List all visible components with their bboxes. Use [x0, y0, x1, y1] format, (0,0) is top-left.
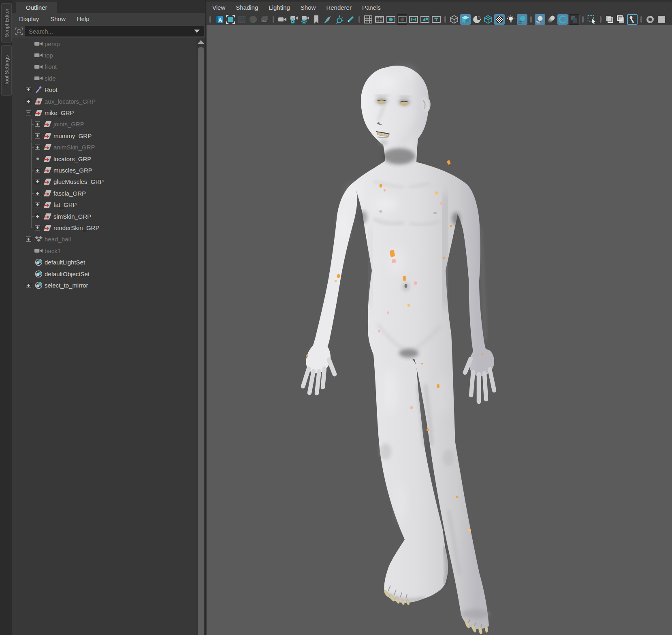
- viewport-menu-shading[interactable]: Shading: [230, 4, 263, 11]
- field-chart-icon[interactable]: [408, 14, 419, 25]
- outliner-row-muscles_GRP[interactable]: muscles_GRP: [12, 164, 196, 176]
- motion-blur-icon[interactable]: [546, 14, 557, 25]
- expand-toggle[interactable]: [34, 202, 41, 208]
- search-input[interactable]: [25, 28, 194, 35]
- camera-icon: [34, 41, 43, 47]
- expand-toggle[interactable]: [34, 133, 41, 139]
- outliner-row-locators_GRP[interactable]: locators_GRP: [12, 153, 196, 164]
- pan-zoom-icon[interactable]: [334, 14, 344, 25]
- outliner-row-glueMuscles_GRP[interactable]: glueMuscles_GRP: [12, 176, 196, 188]
- camera-lock-icon[interactable]: [288, 14, 299, 25]
- outliner-row-back1[interactable]: back1: [12, 245, 196, 256]
- expand-toggle[interactable]: [26, 87, 32, 93]
- transform-icon: [43, 213, 52, 220]
- outliner-row-head_ball[interactable]: head_ball: [12, 234, 196, 245]
- outliner-row-front[interactable]: front: [12, 61, 196, 72]
- shadow-sphere-icon[interactable]: [517, 14, 527, 25]
- scrollbar-thumb[interactable]: [198, 47, 204, 635]
- scrollbar-up-arrow[interactable]: [196, 38, 205, 45]
- outliner-row-fascia_GRP[interactable]: fascia_GRP: [12, 188, 196, 199]
- wireframe-cube-icon[interactable]: [449, 14, 459, 25]
- outliner-row-Root[interactable]: Root: [12, 84, 196, 96]
- edge-partial-icon[interactable]: [656, 14, 667, 25]
- set-icon: [34, 270, 43, 278]
- expand-toggle[interactable]: [34, 121, 41, 127]
- pie-sphere-icon[interactable]: [248, 14, 258, 25]
- tab-tool-settings[interactable]: Tool Settings: [1, 45, 12, 96]
- safe-title-icon[interactable]: [431, 14, 442, 25]
- viewport-menu-renderer[interactable]: Renderer: [321, 4, 357, 11]
- node-label: glueMuscles_GRP: [53, 178, 104, 185]
- viewport-panel: ViewShadingLightingShowRendererPanels A: [206, 0, 672, 635]
- viewport-menu-view[interactable]: View: [207, 4, 230, 11]
- transform-icon: [34, 98, 43, 105]
- resolution-gate-icon[interactable]: [386, 14, 396, 25]
- ssao-sphere-icon[interactable]: [535, 14, 545, 25]
- expand-toggle[interactable]: [34, 213, 41, 219]
- outliner-row-mummy_GRP[interactable]: mummy_GRP: [12, 130, 196, 141]
- shaded-cube-icon[interactable]: [460, 14, 471, 25]
- viewport-menu-panels[interactable]: Panels: [357, 4, 386, 11]
- outliner-row-joints_GRP[interactable]: joints_GRP: [12, 119, 196, 130]
- search-dropdown-icon[interactable]: [194, 30, 200, 33]
- dashed-square-icon[interactable]: [237, 14, 247, 25]
- xray-icon[interactable]: [604, 14, 615, 25]
- xray-joints-icon[interactable]: [627, 14, 638, 25]
- outliner-menu-show[interactable]: Show: [45, 15, 71, 22]
- frame-corners-icon[interactable]: [225, 14, 236, 25]
- outliner-row-defaultLightSet[interactable]: defaultLightSet: [12, 257, 196, 268]
- grid-icon[interactable]: [363, 14, 373, 25]
- page-flip-icon[interactable]: [322, 14, 333, 25]
- human-model[interactable]: [207, 25, 672, 635]
- toolbar-separator: [582, 16, 584, 23]
- pencil-icon[interactable]: [345, 14, 356, 25]
- outliner-row-side[interactable]: side: [12, 72, 196, 84]
- aperture-icon[interactable]: [645, 14, 655, 25]
- expand-toggle[interactable]: [26, 282, 32, 288]
- dof-squares-icon[interactable]: [569, 14, 579, 25]
- camera-gear-icon[interactable]: [300, 14, 310, 25]
- outliner-menu-help[interactable]: Help: [71, 15, 95, 22]
- outliner-row-defaultObjectSet[interactable]: defaultObjectSet: [12, 268, 196, 279]
- bookmark-icon[interactable]: [311, 14, 322, 25]
- image-stack-icon[interactable]: [259, 14, 270, 25]
- camera-icon[interactable]: [277, 14, 288, 25]
- expand-toggle[interactable]: [26, 236, 32, 242]
- msaa-ring-icon[interactable]: [557, 14, 568, 25]
- transform-icon: [43, 156, 52, 162]
- expand-toggle[interactable]: [34, 225, 41, 231]
- gate-mask-icon[interactable]: [397, 14, 407, 25]
- outliner-row-mike_GRP[interactable]: mike_GRP: [12, 107, 196, 118]
- outliner-row-renderSkin_GRP[interactable]: renderSkin_GRP: [12, 222, 196, 233]
- viewport-menu-show[interactable]: Show: [295, 4, 321, 11]
- viewport-canvas[interactable]: [207, 25, 672, 635]
- expand-toggle[interactable]: [26, 110, 32, 116]
- outliner-row-select_to_mirror[interactable]: select_to_mirror: [12, 279, 196, 291]
- outliner-row-fat_GRP[interactable]: fat_GRP: [12, 199, 196, 211]
- expand-toggle[interactable]: [26, 98, 32, 104]
- expand-toggle[interactable]: [34, 190, 41, 196]
- tab-outliner[interactable]: Outliner: [16, 2, 57, 13]
- outliner-row-aux_locators_GRP[interactable]: aux_locators_GRP: [12, 96, 196, 107]
- light-bulb-icon[interactable]: [506, 14, 516, 25]
- safe-action-icon[interactable]: [420, 14, 430, 25]
- tab-script-editor[interactable]: Script Editor: [1, 3, 12, 43]
- outliner-row-animSkin_GRP[interactable]: animSkin_GRP: [12, 142, 196, 153]
- expand-toggle[interactable]: [34, 179, 41, 185]
- film-gate-icon[interactable]: [374, 14, 385, 25]
- book-a-icon[interactable]: A: [214, 14, 224, 25]
- expand-toggle[interactable]: [34, 167, 41, 173]
- isolate-select-icon[interactable]: [587, 14, 597, 25]
- outliner-menu-display[interactable]: Display: [12, 15, 45, 22]
- checker-sphere-icon[interactable]: [494, 14, 505, 25]
- outliner-row-top[interactable]: top: [12, 49, 196, 61]
- outliner-scrollbar: [196, 38, 205, 635]
- xray-active-icon[interactable]: [616, 14, 626, 25]
- viewport-menu-lighting[interactable]: Lighting: [263, 4, 295, 11]
- outliner-row-persp[interactable]: persp: [12, 38, 196, 49]
- expand-toggle[interactable]: [34, 144, 41, 150]
- outliner-row-simSkin_GRP[interactable]: simSkin_GRP: [12, 211, 196, 222]
- filter-icon[interactable]: [13, 26, 25, 36]
- material-sphere-icon[interactable]: [471, 14, 482, 25]
- textured-cube-icon[interactable]: [483, 14, 493, 25]
